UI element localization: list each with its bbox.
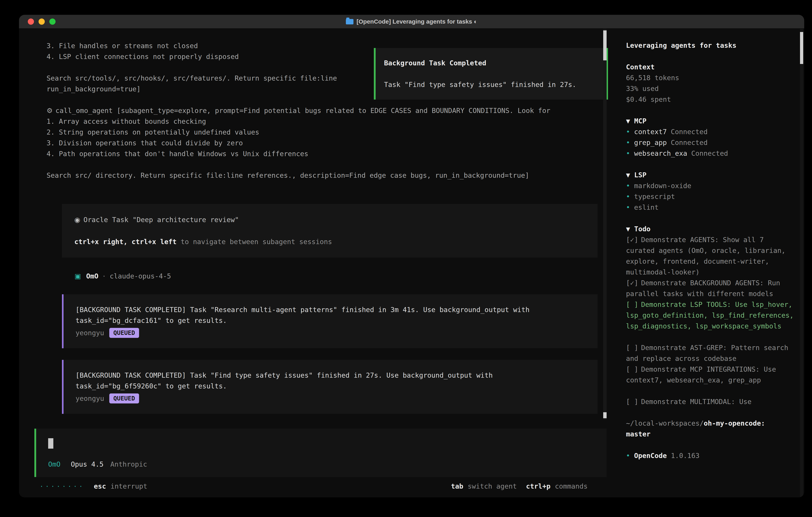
message-line: [BACKGROUND TASK COMPLETED] Task "Find t… <box>76 370 586 381</box>
input-model-name: Opus 4.5 <box>71 460 104 468</box>
todo-text: Demonstrate MULTIMODAL: Use <box>641 398 751 406</box>
mcp-section-header[interactable]: ▼ MCP <box>626 115 795 126</box>
traffic-lights <box>28 19 56 25</box>
main-scrollbar-thumb-bottom[interactable] <box>603 412 607 418</box>
message-line: task_id="bg_dcfac161" to get results. <box>76 315 586 326</box>
todo-text: Demonstrate BACKGROUND AGENTS: Run paral… <box>626 279 780 298</box>
lsp-item: •typescript <box>626 191 795 202</box>
bullet-icon: • <box>626 193 630 200</box>
lsp-item: •eslint <box>626 202 795 213</box>
bullet-icon: • <box>626 203 630 211</box>
message-author: yeongyu <box>76 327 104 338</box>
todo-text: Demonstrate AST-GREP: Pattern search and… <box>626 344 788 362</box>
lsp-name: eslint <box>634 203 659 211</box>
lsp-item: •markdown-oxide <box>626 180 795 191</box>
workspace-line: ~/local-workspaces/oh-my-opencode: <box>626 418 795 429</box>
todo-section: ▼ Todo [✓]Demonstrate AGENTS: Show all 7… <box>626 223 795 407</box>
todo-item: [✓]Demonstrate AGENTS: Show all 7 curate… <box>626 234 795 277</box>
context-spent: $0.46 spent <box>626 94 795 105</box>
close-button[interactable] <box>28 19 34 25</box>
message-meta: yeongyu QUEUED <box>76 393 586 404</box>
tool-call-text: call_omo_agent [subagent_type=explore, p… <box>55 107 550 114</box>
main-scrollbar-track <box>603 29 607 419</box>
folder-icon <box>346 19 353 24</box>
input-provider-name: Anthropic <box>110 460 147 468</box>
oracle-task-title: ◉Oracle Task "Deep architecture review" <box>74 214 585 225</box>
agent-model: claude-opus-4-5 <box>110 272 171 280</box>
message-author: yeongyu <box>76 393 104 404</box>
minimize-button[interactable] <box>38 19 45 25</box>
interrupt-hint: esc interrupt <box>94 482 147 490</box>
status-bar: ········ esc interrupt tab switch agent … <box>19 477 617 497</box>
mcp-section: ▼ MCP •context7Connected •grep_appConnec… <box>626 115 795 159</box>
oracle-task-panel: ◉Oracle Task "Deep architecture review" … <box>62 204 598 257</box>
message-line: [BACKGROUND TASK COMPLETED] Task "Resear… <box>76 304 586 315</box>
checkbox-empty-icon: [ ] <box>626 365 638 373</box>
status-badge: QUEUED <box>109 393 139 404</box>
chat-scroll-area[interactable]: 3. File handles or streams not closed 4.… <box>19 29 617 419</box>
window-title: [OpenCode] Leveraging agents for tasks ◐ <box>346 18 477 25</box>
checkbox-empty-icon: [ ] <box>626 398 638 406</box>
oracle-task-title-text: Oracle Task "Deep architecture review" <box>84 216 239 224</box>
mcp-name: grep_app <box>634 139 667 146</box>
bullet-icon: • <box>626 139 630 146</box>
todo-section-header[interactable]: ▼ Todo <box>626 223 795 234</box>
app-name: OpenCode <box>634 452 667 460</box>
spinner-dots: ········ <box>40 483 85 490</box>
lsp-name: markdown-oxide <box>634 182 691 190</box>
fisheye-icon: ◉ <box>74 216 80 224</box>
todo-text: Demonstrate MCP INTEGRATIONS: Use contex… <box>626 365 776 384</box>
app-window: [OpenCode] Leveraging agents for tasks ◐… <box>19 15 804 497</box>
prompt-input[interactable]: OmO Opus 4.5 Anthropic <box>34 429 607 477</box>
agent-name: OmO <box>86 272 98 280</box>
agent-session-header: ▣OmO·claude-opus-4-5 <box>75 271 617 281</box>
log-line: 4. Path operations that don't handle Win… <box>47 148 617 159</box>
workspace-branch: master <box>626 429 795 439</box>
window-content: 3. File handles or streams not closed 4.… <box>19 29 804 497</box>
esc-key-hint: esc <box>94 482 106 490</box>
todo-item: [ ]Demonstrate AST-GREP: Pattern search … <box>626 342 795 364</box>
gear-icon: ⚙ <box>47 107 53 114</box>
terminal-main: 3. File handles or streams not closed 4.… <box>19 29 617 497</box>
tool-call-line: ⚙call_omo_agent [subagent_type=explore, … <box>47 105 617 116</box>
zoom-button[interactable] <box>49 19 56 25</box>
agent-square-icon: ▣ <box>75 272 81 280</box>
mcp-name: context7 <box>634 128 667 136</box>
checkbox-checked-icon: [✓] <box>626 279 638 287</box>
log-line: Search src/ directory. Return specific f… <box>47 170 617 181</box>
background-task-message: [BACKGROUND TASK COMPLETED] Task "Resear… <box>62 294 598 348</box>
workspace-dir: ~/local-workspaces/ <box>626 419 704 427</box>
mcp-item: •context7Connected <box>626 126 795 137</box>
input-meta-row: OmO Opus 4.5 Anthropic <box>48 460 594 468</box>
ctrlp-key-label: commands <box>555 482 588 490</box>
mcp-item: •websearch_exaConnected <box>626 148 795 159</box>
sidebar-scrollbar-track <box>800 29 803 497</box>
tab-key-label: switch agent <box>468 482 517 490</box>
commands-hint: ctrl+p commands <box>526 482 588 490</box>
lsp-section: ▼ LSP •markdown-oxide •typescript •eslin… <box>626 169 795 213</box>
session-sidebar: Leveraging agents for tasks Context 66,5… <box>617 29 804 497</box>
workspace-repo: oh-my-opencode: <box>704 419 765 427</box>
blank-line <box>47 159 617 170</box>
titlebar: [OpenCode] Leveraging agents for tasks ◐ <box>19 15 804 29</box>
mcp-name: websearch_exa <box>634 149 687 157</box>
sidebar-scrollbar-thumb[interactable] <box>800 32 803 64</box>
background-task-toast: Background Task Completed Task "Find typ… <box>374 48 608 100</box>
subagent-nav-hint: ctrl+x right, ctrl+x left to navigate be… <box>74 236 585 247</box>
main-scrollbar-thumb[interactable] <box>603 30 607 60</box>
status-bar-right: tab switch agent ctrl+p commands <box>451 482 588 490</box>
window-title-text: [OpenCode] Leveraging agents for tasks ◐ <box>357 18 477 25</box>
checkbox-checked-icon: [✓] <box>626 236 638 244</box>
log-line: 2. String operations on potentially unde… <box>47 127 617 138</box>
lsp-section-header[interactable]: ▼ LSP <box>626 169 795 180</box>
todo-item: [ ]Demonstrate MULTIMODAL: Use <box>626 396 795 407</box>
log-line: 3. Division operations that could divide… <box>47 138 617 148</box>
bullet-icon: • <box>626 182 630 190</box>
status-badge: QUEUED <box>109 328 139 338</box>
input-agent-name: OmO <box>48 460 60 468</box>
ctrlp-key-hint: ctrl+p <box>526 482 550 490</box>
todo-item-active: [ ]Demonstrate LSP TOOLS: Use lsp_hover,… <box>626 299 795 331</box>
mcp-item: •grep_appConnected <box>626 137 795 148</box>
context-section: Context 66,518 tokens 33% used $0.46 spe… <box>626 61 795 105</box>
app-version: 1.0.163 <box>671 452 699 460</box>
